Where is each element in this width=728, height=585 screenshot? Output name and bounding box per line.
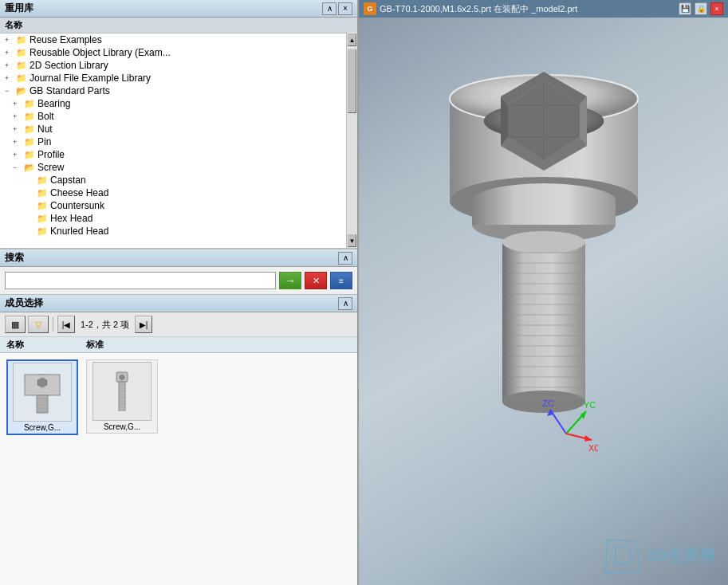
member-thumb-2 xyxy=(92,362,152,421)
svg-rect-38 xyxy=(502,242,585,402)
tree-item-cheesehead[interactable]: 📁 Cheese Head xyxy=(0,186,357,199)
member-nav-separator xyxy=(53,317,53,332)
tree-name-col: 名称 xyxy=(5,20,22,29)
member-nav-text: 1-2，共 2 项 xyxy=(77,319,132,331)
member-item-2[interactable]: Screw,G... xyxy=(86,359,158,434)
member-title: 成员选择 xyxy=(5,296,338,310)
tree-item-bearing[interactable]: + 📁 Bearing xyxy=(0,97,357,110)
tree-col-header: 名称 xyxy=(0,18,357,33)
member-nav-last-btn[interactable]: ▶| xyxy=(135,316,152,333)
coordinate-axes: ZC YC XC xyxy=(534,394,598,457)
screw-3d-model xyxy=(416,41,671,440)
library-close-btn[interactable]: × xyxy=(338,2,352,15)
member-toolbar: ▦ ▽ |◀ 1-2，共 2 项 ▶| xyxy=(0,312,357,337)
view-titlebar: G GB-T70.1-2000,M1.6x2.5.prt 在装配中 _model… xyxy=(359,0,728,18)
tree-item-reuse[interactable]: + 📁 Reuse Examples xyxy=(0,33,357,46)
member-col-standard: 标准 xyxy=(86,339,104,351)
library-title: 重用库 xyxy=(5,2,322,15)
member-label-1: Screw,G... xyxy=(24,423,61,432)
library-titlebar: 重用库 ∧ × xyxy=(0,0,357,18)
member-thumb-1 xyxy=(13,363,72,422)
member-collapse-btn[interactable]: ∧ xyxy=(338,297,352,310)
search-panel: 搜索 ∧ → ✕ ≡ xyxy=(0,249,357,294)
svg-rect-11 xyxy=(119,382,125,410)
member-nav-first-btn[interactable]: |◀ xyxy=(57,316,75,333)
search-options-btn[interactable]: ≡ xyxy=(330,272,352,289)
svg-text:ZC: ZC xyxy=(542,399,554,408)
tree-item-screw[interactable]: − 📂 Screw xyxy=(0,161,357,174)
tree-item-knurledhead[interactable]: 📁 Knurled Head xyxy=(0,225,357,238)
tree-scrollbar-v[interactable]: ▲ ▼ xyxy=(346,32,357,249)
view-lock-icon[interactable]: 🔒 xyxy=(695,2,707,15)
member-grid-header: 名称 标准 xyxy=(0,337,357,353)
svg-marker-60 xyxy=(580,411,586,419)
tree-item-pin[interactable]: + 📁 Pin xyxy=(0,135,357,148)
svg-point-37 xyxy=(472,183,616,218)
member-items-area: Screw,G... xyxy=(0,353,357,585)
tree-item-gbstandard[interactable]: − 📂 GB Standard Parts xyxy=(0,84,357,97)
watermark: 3D世界网 xyxy=(607,539,715,572)
member-col-name: 名称 xyxy=(6,339,86,351)
svg-text:YC: YC xyxy=(584,400,596,410)
member-item-1[interactable]: Screw,G... xyxy=(6,359,78,435)
tree-item-bolt[interactable]: + 📁 Bolt xyxy=(0,110,357,123)
svg-rect-3 xyxy=(37,395,48,413)
search-header: 搜索 ∧ xyxy=(0,249,357,267)
tree-item-section2d[interactable]: + 📁 2D Section Library xyxy=(0,59,357,72)
search-input[interactable] xyxy=(5,272,276,289)
library-collapse-btn[interactable]: ∧ xyxy=(322,2,336,15)
svg-marker-63 xyxy=(584,435,592,442)
tree-list: + 📁 Reuse Examples + 📁 Reusable Object L… xyxy=(0,33,357,238)
tree-item-hexhead[interactable]: 📁 Hex Head xyxy=(0,212,357,225)
search-title: 搜索 xyxy=(5,251,338,265)
tree-item-capstan[interactable]: 📁 Capstan xyxy=(0,174,357,186)
view-close-btn[interactable]: × xyxy=(710,2,723,15)
search-collapse-btn[interactable]: ∧ xyxy=(338,252,352,265)
search-clear-btn[interactable]: ✕ xyxy=(305,272,327,289)
member-header: 成员选择 ∧ xyxy=(0,295,357,312)
search-go-btn[interactable]: → xyxy=(279,272,301,289)
member-label-2: Screw,G... xyxy=(104,422,140,431)
view-title-text: GB-T70.1-2000,M1.6x2.5.prt 在装配中 _model2.… xyxy=(380,3,675,15)
tree-item-countersunk[interactable]: 📁 Countersunk xyxy=(0,199,357,212)
member-filter-btn[interactable]: ▽ xyxy=(28,316,49,333)
tree-area: 名称 + 📁 Reuse Examples + 📁 Reusable Objec… xyxy=(0,18,357,249)
tree-item-profile[interactable]: + 📁 Profile xyxy=(0,148,357,161)
tree-item-journal[interactable]: + 📁 Journal File Example Library xyxy=(0,72,357,84)
tree-item-reusable[interactable]: + 📁 Reusable Object Library (Exam... xyxy=(0,46,357,59)
view-panel: G GB-T70.1-2000,M1.6x2.5.prt 在装配中 _model… xyxy=(359,0,728,585)
view-canvas[interactable]: ZC YC XC 3D世界网 xyxy=(359,18,728,585)
svg-text:XC: XC xyxy=(588,443,598,453)
watermark-text: 3D世界网 xyxy=(647,545,715,567)
member-view-btn[interactable]: ▦ xyxy=(5,316,26,333)
view-save-icon[interactable]: 💾 xyxy=(679,2,691,15)
search-content: → ✕ ≡ xyxy=(0,267,357,294)
watermark-cube-icon xyxy=(604,539,640,575)
svg-point-40 xyxy=(502,231,585,253)
member-panel: 成员选择 ∧ ▦ ▽ |◀ 1-2，共 2 项 ▶| 名称 标准 xyxy=(0,294,357,585)
nx-icon: G xyxy=(364,2,376,15)
tree-item-nut[interactable]: + 📁 Nut xyxy=(0,123,357,135)
